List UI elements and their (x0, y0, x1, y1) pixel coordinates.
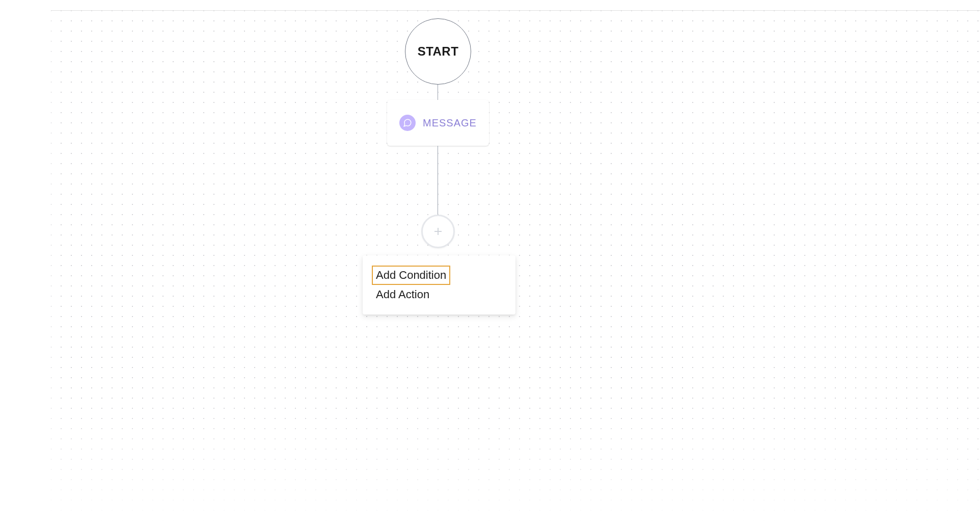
message-node-label: MESSAGE (423, 117, 477, 129)
message-node[interactable]: MESSAGE (387, 100, 489, 146)
dropdown-item-label: Add Action (376, 288, 429, 301)
flow-canvas[interactable]: START MESSAGE Add Condition (51, 11, 980, 524)
connector-line (438, 146, 438, 215)
dropdown-item-label: Add Condition (376, 269, 446, 281)
flow-container: START MESSAGE Add Condition (51, 11, 980, 524)
dropdown-item-add-action[interactable]: Add Action (372, 285, 433, 304)
add-step-button[interactable] (421, 215, 455, 248)
dropdown-item-add-condition[interactable]: Add Condition (372, 266, 450, 285)
add-step-dropdown: Add Condition Add Action (363, 255, 515, 315)
connector-line (438, 85, 438, 100)
plus-icon (432, 225, 444, 238)
chat-icon (399, 115, 416, 131)
start-node[interactable]: START (405, 18, 471, 85)
start-node-label: START (418, 44, 459, 59)
